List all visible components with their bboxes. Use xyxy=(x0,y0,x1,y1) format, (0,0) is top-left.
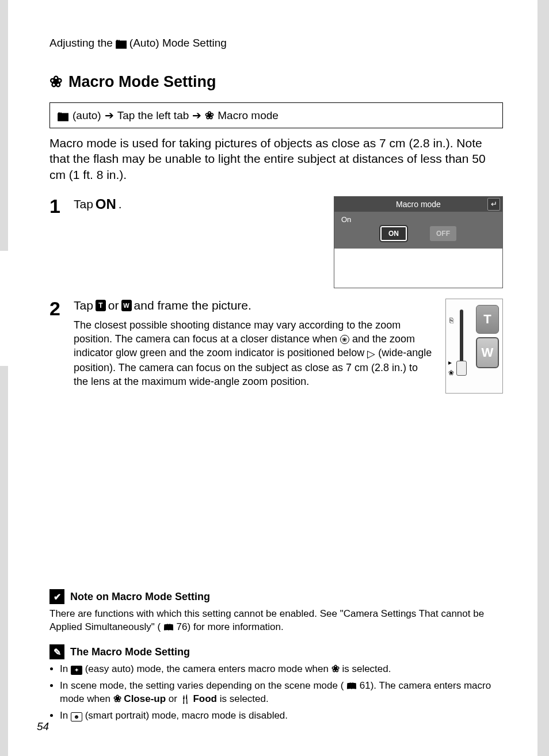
zoom-out-w-button[interactable]: W xyxy=(476,337,499,368)
zoom-in-t-button[interactable]: T xyxy=(476,305,499,334)
note2-li3: In ☻ (smart portrait) mode, macro mode i… xyxy=(60,709,503,723)
fork-icon xyxy=(180,693,190,706)
book-icon xyxy=(346,679,357,693)
note2-head: ✎ The Macro Mode Setting xyxy=(49,644,503,659)
zoom-marker-top: ⎘ xyxy=(449,316,453,324)
arrow-icon xyxy=(105,109,114,122)
note1-body: There are functions with which this sett… xyxy=(49,608,503,634)
nav-macro: Macro mode xyxy=(218,109,279,122)
breadcrumb-suffix: (Auto) Mode Setting xyxy=(129,37,227,49)
zoom-widget: ⎘ ▸ ❀ T W xyxy=(445,299,503,394)
note-check-icon: ✔ xyxy=(49,589,64,604)
li1b: (easy auto) mode, the camera enters macr… xyxy=(85,663,331,674)
s2-a: Tap xyxy=(74,299,93,312)
step1-suffix: . xyxy=(119,197,122,211)
li1c: is selected. xyxy=(342,663,391,674)
page-number: 54 xyxy=(37,720,49,733)
step-2: 2 Tap T or W and frame the picture. The … xyxy=(49,299,503,394)
li2or: or xyxy=(169,693,180,704)
book-icon xyxy=(163,621,174,634)
flower-icon xyxy=(205,109,214,122)
li2close: Close-up xyxy=(124,693,166,704)
s2-c: and frame the picture. xyxy=(134,299,251,312)
s2-b: or xyxy=(108,299,119,312)
section-title: Macro Mode Setting xyxy=(49,72,503,91)
focus-flower-icon: ❀ xyxy=(340,335,349,344)
nav-tap-left: Tap the left tab xyxy=(117,109,189,122)
camera-screen-body: On ON OFF xyxy=(334,212,502,249)
back-icon[interactable]: ↵ xyxy=(487,198,500,211)
smart-portrait-icon: ☻ xyxy=(71,712,82,721)
note-pencil-icon: ✎ xyxy=(49,644,64,659)
arrow-icon xyxy=(192,109,201,122)
cs-status: On xyxy=(341,215,495,224)
camera-screen: Macro mode ↵ On ON OFF xyxy=(334,196,503,288)
step-1-number: 1 xyxy=(49,196,63,288)
li2a: In scene mode, the setting varies depend… xyxy=(60,680,344,691)
breadcrumb: Adjusting the (Auto) Mode Setting xyxy=(49,37,503,49)
page-content: Adjusting the (Auto) Mode Setting Macro … xyxy=(8,0,537,756)
li2food: Food xyxy=(193,693,217,704)
step2-detail: The closest possible shooting distance m… xyxy=(74,318,434,389)
triangle-icon xyxy=(367,347,375,361)
navigation-box: (auto) Tap the left tab Macro mode xyxy=(49,102,503,128)
zoom-flower-icon: ❀ xyxy=(448,369,454,377)
step-2-number: 2 xyxy=(49,299,63,394)
step1-prefix: Tap xyxy=(74,197,93,211)
step1-on-token: ON xyxy=(96,196,116,212)
section-title-text: Macro Mode Setting xyxy=(68,73,216,91)
li3a: In xyxy=(60,710,71,721)
cs-title: Macro mode xyxy=(396,200,441,209)
note2-li2: In scene mode, the setting varies depend… xyxy=(60,679,503,706)
camera-icon xyxy=(57,109,69,122)
note1-title: Note on Macro Mode Setting xyxy=(70,591,210,603)
breadcrumb-prefix: Adjusting the xyxy=(49,37,113,49)
intro-text: Macro mode is used for taking pictures o… xyxy=(49,135,503,182)
macro-off-button[interactable]: OFF xyxy=(430,226,456,241)
li3b: (smart portrait) mode, macro mode is dis… xyxy=(85,710,288,721)
notes-section: ✔ Note on Macro Mode Setting There are f… xyxy=(49,589,503,733)
zoom-handle[interactable] xyxy=(456,361,467,376)
li1a: In xyxy=(60,663,71,674)
note2-body: In ✦ (easy auto) mode, the camera enters… xyxy=(49,663,503,723)
flower-icon xyxy=(331,663,340,676)
li2end: is selected. xyxy=(220,693,269,704)
camera-icon xyxy=(115,37,127,49)
flower-icon xyxy=(113,693,121,706)
camera-screen-header: Macro mode ↵ xyxy=(334,197,502,212)
zoom-marker-bottom: ▸ xyxy=(448,358,452,366)
macro-on-button[interactable]: ON xyxy=(380,226,407,241)
easy-auto-icon: ✦ xyxy=(71,666,82,675)
n1-ref: 76) for more information. xyxy=(177,621,284,632)
note2-li1: In ✦ (easy auto) mode, the camera enters… xyxy=(60,663,503,676)
flower-icon xyxy=(49,72,63,91)
note2-title: The Macro Mode Setting xyxy=(70,646,190,658)
nav-auto: (auto) xyxy=(73,109,101,122)
note1-head: ✔ Note on Macro Mode Setting xyxy=(49,589,503,604)
zoom-t-icon: T xyxy=(96,300,106,311)
zoom-w-icon: W xyxy=(121,300,132,311)
step-1: 1 Tap ON . Macro mode ↵ On ON OFF xyxy=(49,196,503,288)
